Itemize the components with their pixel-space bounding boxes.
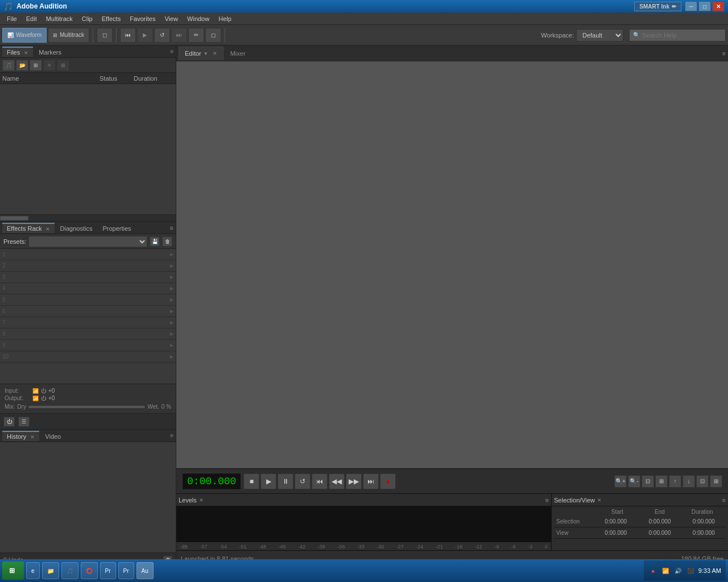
sv-view-dur[interactable]: 0:00.000 bbox=[682, 530, 726, 536]
zoom-fit-btn[interactable]: ⊡ bbox=[642, 475, 654, 488]
smart-ink-btn[interactable]: SMART Ink ✏ bbox=[634, 2, 681, 11]
files-tab[interactable]: Files ✕ bbox=[2, 47, 33, 57]
effect-slot-9[interactable]: 9 ▶ bbox=[0, 340, 176, 351]
levels-panel-menu[interactable]: ≡ bbox=[545, 497, 549, 504]
selview-tab-close[interactable]: ✕ bbox=[597, 497, 602, 503]
open-append-btn[interactable]: ⊞ bbox=[30, 60, 42, 71]
skip-start-button[interactable]: ⏮ bbox=[120, 28, 136, 43]
pause-button[interactable]: ⏸ bbox=[278, 473, 293, 489]
menu-effects[interactable]: Effects bbox=[97, 14, 125, 23]
sv-selection-start[interactable]: 0:00.000 bbox=[594, 518, 638, 525]
menu-view[interactable]: View bbox=[160, 14, 183, 23]
taskbar-media[interactable]: 🎵 bbox=[61, 562, 78, 579]
editor-tab[interactable]: Editor ▼ ✕ bbox=[179, 47, 224, 60]
mix-slider[interactable] bbox=[28, 406, 145, 408]
open-file-btn[interactable]: 📂 bbox=[16, 60, 28, 71]
selview-tab-label[interactable]: Selection/View bbox=[554, 497, 595, 504]
effect-slot-4[interactable]: 4 ▶ bbox=[0, 283, 176, 294]
sv-selection-end[interactable]: 0:00.000 bbox=[638, 518, 681, 525]
workspace-dropdown[interactable]: Default bbox=[576, 29, 623, 41]
zoom-in-amp-btn[interactable]: ↑ bbox=[669, 475, 681, 488]
sv-view-start[interactable]: 0:00.000 bbox=[594, 530, 638, 536]
new-audio-file-btn[interactable]: 🎵 bbox=[2, 60, 15, 71]
diagnostics-tab[interactable]: Diagnostics bbox=[56, 223, 97, 233]
new-file-button[interactable]: ◻ bbox=[97, 28, 113, 43]
record-button[interactable]: ● bbox=[380, 473, 396, 489]
start-button[interactable]: ⊞ bbox=[2, 562, 24, 580]
search-input[interactable] bbox=[642, 32, 722, 39]
menu-favorites[interactable]: Favorites bbox=[125, 14, 160, 23]
sv-selection-dur[interactable]: 0:00.000 bbox=[682, 518, 726, 525]
sv-view-end[interactable]: 0:00.000 bbox=[638, 530, 681, 536]
pencil-tool[interactable]: ✏ bbox=[188, 28, 204, 43]
close-button[interactable]: ✕ bbox=[712, 1, 725, 11]
close-all-btn[interactable]: ⊠ bbox=[57, 60, 69, 71]
delete-preset-btn[interactable]: 🗑 bbox=[162, 236, 172, 247]
effect-slot-7[interactable]: 7 ▶ bbox=[0, 317, 176, 329]
effect-slot-5[interactable]: 5 ▶ bbox=[0, 294, 176, 306]
taskbar-audition[interactable]: Au bbox=[136, 562, 154, 579]
markers-tab[interactable]: Markers bbox=[34, 47, 66, 57]
effects-power-btn[interactable]: ⏻ bbox=[3, 417, 15, 427]
taskbar-premiere2[interactable]: Pr bbox=[118, 562, 134, 579]
files-panel-menu[interactable]: ≡ bbox=[170, 48, 173, 55]
prev-button[interactable]: ⏮ bbox=[312, 473, 328, 489]
rewind-button[interactable]: ◀◀ bbox=[329, 473, 345, 489]
selview-panel-menu[interactable]: ≡ bbox=[722, 497, 726, 504]
effect-slot-1[interactable]: 1 ▶ bbox=[0, 249, 176, 260]
editor-tab-close[interactable]: ✕ bbox=[213, 51, 217, 56]
close-file-btn[interactable]: ✕ bbox=[43, 60, 56, 71]
files-scrollbar[interactable] bbox=[0, 214, 176, 221]
taskbar-app1[interactable]: ⭕ bbox=[81, 562, 98, 579]
menu-window[interactable]: Window bbox=[183, 14, 214, 23]
zoom-out-amp-btn[interactable]: ↓ bbox=[682, 475, 695, 488]
taskbar-ie[interactable]: e bbox=[26, 562, 40, 579]
taskbar-premiere[interactable]: Pr bbox=[100, 562, 116, 579]
effects-rack-tab[interactable]: Effects Rack ✕ bbox=[2, 223, 55, 233]
mixer-tab[interactable]: Mixer bbox=[225, 47, 251, 60]
editor-panel-menu[interactable]: ≡ bbox=[722, 50, 726, 57]
minimize-button[interactable]: ─ bbox=[685, 1, 697, 11]
effects-list-btn[interactable]: ☰ bbox=[18, 417, 30, 427]
history-tab[interactable]: History ✕ bbox=[2, 431, 39, 441]
effect-slot-8[interactable]: 8 ▶ bbox=[0, 329, 176, 340]
save-preset-btn[interactable]: 💾 bbox=[150, 236, 160, 247]
history-tab-close[interactable]: ✕ bbox=[30, 434, 35, 440]
video-tab[interactable]: Video bbox=[40, 431, 65, 441]
menu-multitrack[interactable]: Multitrack bbox=[42, 14, 77, 23]
files-tab-close[interactable]: ✕ bbox=[24, 50, 28, 56]
menu-edit[interactable]: Edit bbox=[22, 14, 42, 23]
stop-button[interactable]: ■ bbox=[243, 473, 259, 489]
eraser-tool[interactable]: ◻ bbox=[205, 28, 221, 43]
skip-end-button[interactable]: ⏭ bbox=[171, 28, 187, 43]
effects-tab-close[interactable]: ✕ bbox=[46, 226, 50, 232]
menu-clip[interactable]: Clip bbox=[77, 14, 97, 23]
presets-dropdown[interactable] bbox=[28, 236, 147, 247]
zoom-in-time-btn[interactable]: 🔍+ bbox=[614, 475, 627, 488]
history-panel-menu[interactable]: ≡ bbox=[170, 433, 173, 439]
loop-transport-button[interactable]: ↺ bbox=[295, 473, 311, 489]
play-transport-button[interactable]: ▶ bbox=[260, 473, 276, 489]
effect-slot-3[interactable]: 3 ▶ bbox=[0, 272, 176, 283]
taskbar-explorer[interactable]: 📁 bbox=[42, 562, 59, 579]
loop-button[interactable]: ↺ bbox=[154, 28, 170, 43]
fast-forward-button[interactable]: ▶▶ bbox=[346, 473, 362, 489]
menu-help[interactable]: Help bbox=[214, 14, 236, 23]
effects-panel-menu[interactable]: ≡ bbox=[170, 225, 173, 231]
effect-slot-2[interactable]: 2 ▶ bbox=[0, 260, 176, 272]
menu-file[interactable]: File bbox=[2, 14, 22, 23]
zoom-out-time-btn[interactable]: 🔍- bbox=[628, 475, 640, 488]
restore-button[interactable]: □ bbox=[698, 1, 711, 11]
multitrack-button[interactable]: ⊞ Multitrack bbox=[48, 28, 89, 43]
zoom-out-full-btn[interactable]: ⊞ bbox=[655, 475, 668, 488]
next-button[interactable]: ⏭ bbox=[363, 473, 379, 489]
zoom-full-amp-btn[interactable]: ⊞ bbox=[710, 475, 722, 488]
effect-slot-10[interactable]: 10 ▶ bbox=[0, 351, 176, 363]
properties-tab[interactable]: Properties bbox=[98, 223, 135, 233]
zoom-fit-amp-btn[interactable]: ⊡ bbox=[696, 475, 709, 488]
files-scrollbar-thumb[interactable] bbox=[0, 216, 28, 221]
play-button[interactable]: ▶ bbox=[137, 28, 153, 43]
levels-tab-close[interactable]: ✕ bbox=[199, 497, 204, 503]
effect-slot-6[interactable]: 6 ▶ bbox=[0, 306, 176, 317]
col-name-header[interactable]: Name bbox=[2, 75, 100, 82]
